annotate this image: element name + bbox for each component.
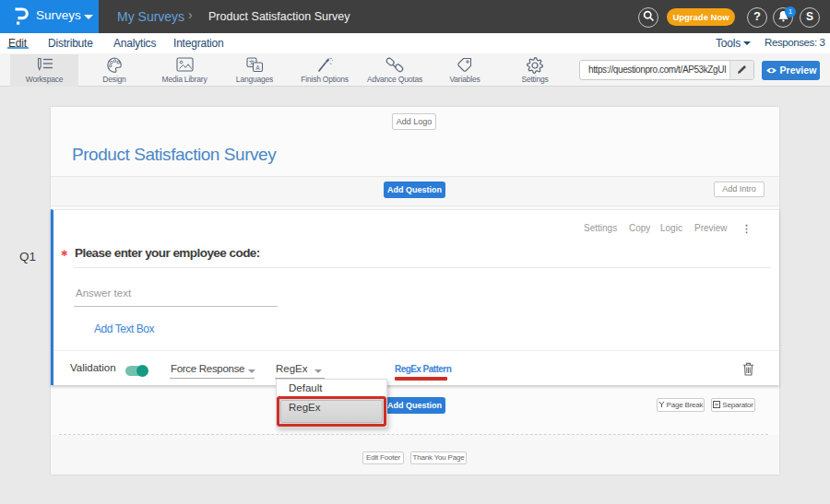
svg-text:文: 文: [248, 59, 255, 65]
svg-text:A: A: [255, 64, 260, 71]
